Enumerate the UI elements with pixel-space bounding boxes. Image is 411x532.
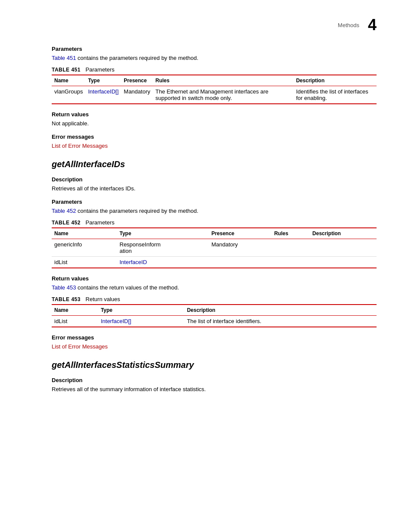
params-intro: Table 451 contains the parameters requir…	[52, 55, 377, 61]
col-description: Description	[310, 228, 377, 239]
cell-rules	[271, 239, 310, 257]
return-453-heading: Return values	[52, 275, 377, 282]
error-link-container: List of Error Messages	[52, 143, 377, 149]
table-452-label: TABLE 452 Parameters	[52, 219, 377, 226]
col-name: Name	[52, 75, 85, 86]
cell-name: idList	[52, 316, 98, 327]
error-messages-link-452[interactable]: List of Error Messages	[52, 343, 108, 350]
col-name: Name	[52, 305, 98, 316]
table-453-label: TABLE 453 Return values	[52, 296, 377, 302]
section-title-getAllInterfaceIDs: getAllInterfaceIDs	[52, 159, 377, 169]
cell-rules: The Ethernet and Management interfaces a…	[153, 86, 293, 104]
table-451-label: TABLE 451 Parameters	[52, 66, 377, 73]
cell-name: genericInfo	[52, 239, 117, 257]
stats-desc-text: Retrieves all of the summary information…	[52, 386, 377, 392]
col-type: Type	[85, 75, 121, 86]
table-452-head: Name Type Presence Rules Description	[52, 228, 377, 239]
col-description: Description	[184, 305, 377, 316]
section-params-452: Parameters Table 452 contains the parame…	[52, 199, 377, 268]
page-header: Methods 4	[52, 17, 377, 33]
table-452-link[interactable]: Table 452	[52, 208, 76, 214]
cell-presence	[209, 257, 272, 268]
table-453: Name Type Description idList InterfaceID…	[52, 304, 377, 327]
params-heading: Parameters	[52, 46, 377, 52]
table-row: vlanGroups InterfaceID[] Mandatory The E…	[52, 86, 377, 104]
table-451-head: Name Type Presence Rules Description	[52, 75, 377, 86]
interface-id-link-2[interactable]: InterfaceID	[120, 259, 147, 265]
table-453-label-bold: TABLE 453	[52, 296, 81, 302]
table-451-header-row: Name Type Presence Rules Description	[52, 75, 377, 86]
section-title-getAllInterfacesStatisticsSummary: getAllInterfacesStatisticsSummary	[52, 360, 377, 370]
col-type: Type	[117, 228, 209, 239]
interface-id-link-3[interactable]: InterfaceID[]	[101, 318, 131, 324]
page-number: 4	[368, 17, 377, 33]
cell-type: InterfaceID[]	[98, 316, 184, 327]
cell-type: InterfaceID[]	[85, 86, 121, 104]
cell-type: ResponseInformation	[117, 239, 209, 257]
col-description: Description	[293, 75, 377, 86]
return-heading: Return values	[52, 111, 377, 118]
params-452-intro: Table 452 contains the parameters requir…	[52, 208, 377, 214]
error-452-heading: Error messages	[52, 334, 377, 341]
section-desc-getAll: Description Retrieves all of the interfa…	[52, 176, 377, 192]
section-params-451: Parameters Table 451 contains the parame…	[52, 46, 377, 104]
table-row: idList InterfaceID[] The list of interfa…	[52, 316, 377, 327]
table-row: genericInfo ResponseInformation Mandator…	[52, 239, 377, 257]
col-type: Type	[98, 305, 184, 316]
cell-description	[310, 257, 377, 268]
table-452: Name Type Presence Rules Description gen…	[52, 227, 377, 268]
section-return-453: Return values Table 453 contains the ret…	[52, 275, 377, 327]
section-return-451: Return values Not applicable.	[52, 111, 377, 127]
table-453-label-text: Return values	[86, 296, 120, 302]
cell-description	[310, 239, 377, 257]
interface-id-link[interactable]: InterfaceID[]	[88, 88, 118, 95]
return-text: Not applicable.	[52, 120, 377, 127]
desc-heading: Description	[52, 176, 377, 183]
section-desc-getStatsSummary: Description Retrieves all of the summary…	[52, 377, 377, 392]
cell-name: vlanGroups	[52, 86, 85, 104]
stats-desc-heading: Description	[52, 377, 377, 383]
table-row: idList InterfaceID	[52, 257, 377, 268]
params-452-heading: Parameters	[52, 199, 377, 205]
table-452-header-row: Name Type Presence Rules Description	[52, 228, 377, 239]
error-heading: Error messages	[52, 134, 377, 140]
table-451: Name Type Presence Rules Description vla…	[52, 75, 377, 104]
table-452-label-text: Parameters	[86, 219, 115, 226]
col-presence: Presence	[121, 75, 153, 86]
return-453-intro: Table 453 contains the return values of …	[52, 284, 377, 291]
error-452-link-container: List of Error Messages	[52, 343, 377, 350]
table-452-body: genericInfo ResponseInformation Mandator…	[52, 239, 377, 268]
desc-text: Retrieves all of the interfaces IDs.	[52, 185, 377, 192]
table-452-label-bold: TABLE 452	[52, 220, 81, 226]
col-rules: Rules	[153, 75, 293, 86]
table-451-label-text: Parameters	[86, 66, 115, 73]
section-error-451: Error messages List of Error Messages	[52, 134, 377, 149]
table-451-body: vlanGroups InterfaceID[] Mandatory The E…	[52, 86, 377, 104]
table-453-link[interactable]: Table 453	[52, 284, 76, 291]
table-451-link[interactable]: Table 451	[52, 55, 76, 61]
page-container: Methods 4 Parameters Table 451 contains …	[0, 0, 411, 413]
cell-name: idList	[52, 257, 117, 268]
col-presence: Presence	[209, 228, 272, 239]
table-453-header-row: Name Type Description	[52, 305, 377, 316]
section-error-452: Error messages List of Error Messages	[52, 334, 377, 350]
cell-presence: Mandatory	[121, 86, 153, 104]
cell-description: Identifies the list of interfaces for en…	[293, 86, 377, 104]
table-453-body: idList InterfaceID[] The list of interfa…	[52, 316, 377, 327]
cell-description: The list of interface identifiers.	[184, 316, 377, 327]
cell-rules	[271, 257, 310, 268]
header-label: Methods	[338, 22, 359, 28]
cell-presence: Mandatory	[209, 239, 272, 257]
col-rules: Rules	[271, 228, 310, 239]
error-messages-link-451[interactable]: List of Error Messages	[52, 143, 108, 149]
table-451-label-bold: TABLE 451	[52, 67, 81, 73]
cell-type: InterfaceID	[117, 257, 209, 268]
table-453-head: Name Type Description	[52, 305, 377, 316]
col-name: Name	[52, 228, 117, 239]
